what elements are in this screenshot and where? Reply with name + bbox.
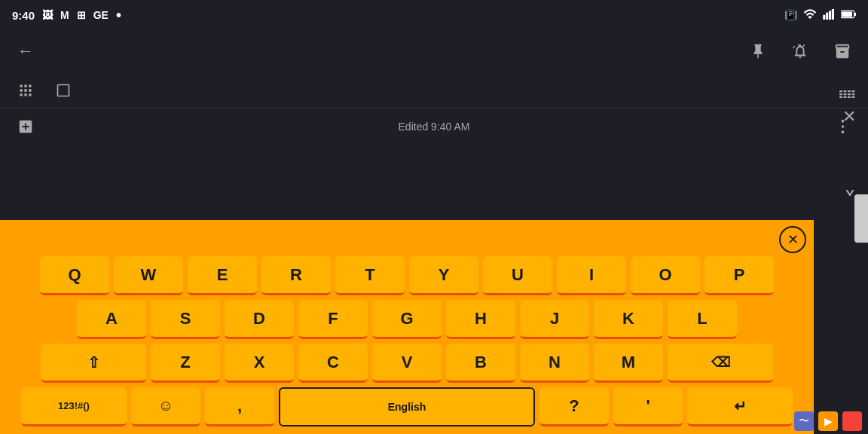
arrow-app-icon[interactable]: ▶ bbox=[818, 411, 838, 431]
key-u[interactable]: U bbox=[483, 256, 552, 295]
bottom-app-icons: 〜 ▶ bbox=[794, 411, 862, 431]
key-backspace[interactable]: ⌫ bbox=[668, 344, 773, 383]
svg-rect-1 bbox=[826, 12, 828, 19]
svg-point-22 bbox=[841, 131, 844, 134]
signal-icon bbox=[823, 9, 835, 22]
key-f[interactable]: F bbox=[298, 300, 368, 339]
edit-timestamp: Edited 9:40 AM bbox=[399, 121, 470, 133]
key-k[interactable]: K bbox=[594, 300, 663, 339]
keyboard-toggle-icon[interactable] bbox=[839, 89, 856, 105]
svg-rect-10 bbox=[848, 90, 851, 92]
action-bar-left: ← bbox=[12, 38, 39, 65]
key-q[interactable]: Q bbox=[40, 256, 109, 295]
svg-rect-16 bbox=[839, 96, 842, 98]
close-button[interactable]: ✕ bbox=[842, 107, 856, 127]
svg-rect-12 bbox=[839, 93, 842, 95]
gnews-icon: GE bbox=[93, 9, 108, 21]
key-t[interactable]: T bbox=[335, 256, 405, 295]
keyboard-row-3: ⇧ Z X C V B N M ⌫ bbox=[5, 344, 809, 383]
bell-add-button[interactable] bbox=[787, 38, 814, 65]
key-c[interactable]: C bbox=[298, 344, 368, 383]
key-w[interactable]: W bbox=[114, 256, 183, 295]
key-p[interactable]: P bbox=[704, 256, 774, 295]
battery-icon bbox=[841, 10, 856, 21]
archive-button[interactable] bbox=[829, 38, 856, 65]
grid-view-button[interactable] bbox=[12, 77, 39, 104]
status-left: 9:40 🖼 M ⊞ GE • bbox=[12, 7, 121, 24]
svg-rect-5 bbox=[842, 11, 852, 17]
gallery-icon: 🖼 bbox=[42, 9, 53, 21]
key-comma[interactable]: , bbox=[205, 387, 274, 426]
key-j[interactable]: J bbox=[520, 300, 589, 339]
svg-rect-9 bbox=[844, 90, 847, 92]
key-i[interactable]: I bbox=[557, 256, 626, 295]
key-m[interactable]: M bbox=[594, 344, 663, 383]
time-display: 9:40 bbox=[12, 9, 35, 22]
key-v[interactable]: V bbox=[372, 344, 442, 383]
key-spacebar[interactable]: English bbox=[279, 387, 535, 426]
slack-icon: ⊞ bbox=[77, 9, 86, 21]
action-bar-right bbox=[744, 38, 856, 65]
svg-rect-6 bbox=[854, 12, 856, 16]
key-emoji[interactable]: ☺ bbox=[131, 387, 200, 426]
key-s[interactable]: S bbox=[151, 300, 220, 339]
action-bar: ← bbox=[0, 30, 868, 72]
svg-rect-19 bbox=[851, 96, 854, 98]
key-x[interactable]: X bbox=[225, 344, 294, 383]
gmail-icon: M bbox=[60, 9, 69, 21]
toolbar bbox=[0, 72, 868, 108]
key-apostrophe[interactable]: ' bbox=[613, 387, 683, 426]
key-l[interactable]: L bbox=[668, 300, 737, 339]
key-enter[interactable]: ↵ bbox=[687, 387, 793, 426]
svg-rect-7 bbox=[58, 84, 69, 96]
keyboard-row-2: A S D F G H J K L bbox=[5, 300, 809, 339]
key-r[interactable]: R bbox=[261, 256, 331, 295]
key-g[interactable]: G bbox=[372, 300, 442, 339]
add-content-button[interactable] bbox=[12, 113, 39, 140]
key-e[interactable]: E bbox=[188, 256, 257, 295]
dot-indicator: • bbox=[116, 7, 121, 24]
back-button[interactable]: ← bbox=[12, 38, 39, 65]
svg-rect-0 bbox=[823, 14, 825, 19]
status-right: 📳 bbox=[784, 9, 856, 22]
key-z[interactable]: Z bbox=[151, 344, 220, 383]
scroll-handle[interactable] bbox=[854, 194, 868, 243]
key-h[interactable]: H bbox=[446, 300, 515, 339]
svg-rect-3 bbox=[832, 9, 834, 20]
keyboard-hide-button[interactable] bbox=[832, 190, 868, 200]
svg-rect-15 bbox=[851, 93, 854, 95]
key-y[interactable]: Y bbox=[409, 256, 478, 295]
svg-rect-13 bbox=[844, 93, 847, 95]
pin-button[interactable] bbox=[744, 38, 772, 65]
edit-bar: Edited 9:40 AM bbox=[0, 108, 868, 145]
square-button[interactable] bbox=[50, 77, 77, 104]
keyboard-row-1: Q W E R T Y U I O P bbox=[5, 256, 809, 295]
svg-rect-14 bbox=[848, 93, 851, 95]
key-a[interactable]: A bbox=[77, 300, 146, 339]
keyboard: ✕ Q W E R T Y U I O P A S D F G H J K L … bbox=[0, 220, 814, 434]
key-b[interactable]: B bbox=[446, 344, 515, 383]
keyboard-top-row: ✕ bbox=[5, 226, 809, 253]
svg-rect-18 bbox=[848, 96, 851, 98]
toolbar-left bbox=[12, 77, 77, 104]
svg-rect-11 bbox=[851, 90, 854, 92]
key-o[interactable]: O bbox=[631, 256, 700, 295]
key-question[interactable]: ? bbox=[539, 387, 609, 426]
svg-rect-2 bbox=[829, 11, 831, 20]
keyboard-close-button[interactable]: ✕ bbox=[779, 226, 806, 253]
wifi-icon bbox=[803, 9, 817, 22]
svg-rect-17 bbox=[844, 96, 847, 98]
svg-rect-8 bbox=[839, 90, 842, 92]
red-square-app-icon[interactable] bbox=[842, 411, 862, 431]
vibrate-icon: 📳 bbox=[784, 9, 797, 21]
squiggle-app-icon[interactable]: 〜 bbox=[794, 411, 814, 431]
key-d[interactable]: D bbox=[225, 300, 294, 339]
keyboard-row-4: 123!#() ☺ , English ? ' ↵ bbox=[5, 387, 809, 426]
key-shift[interactable]: ⇧ bbox=[41, 344, 146, 383]
status-bar: 9:40 🖼 M ⊞ GE • 📳 bbox=[0, 0, 868, 30]
key-n[interactable]: N bbox=[520, 344, 589, 383]
key-symbols[interactable]: 123!#() bbox=[21, 387, 127, 426]
